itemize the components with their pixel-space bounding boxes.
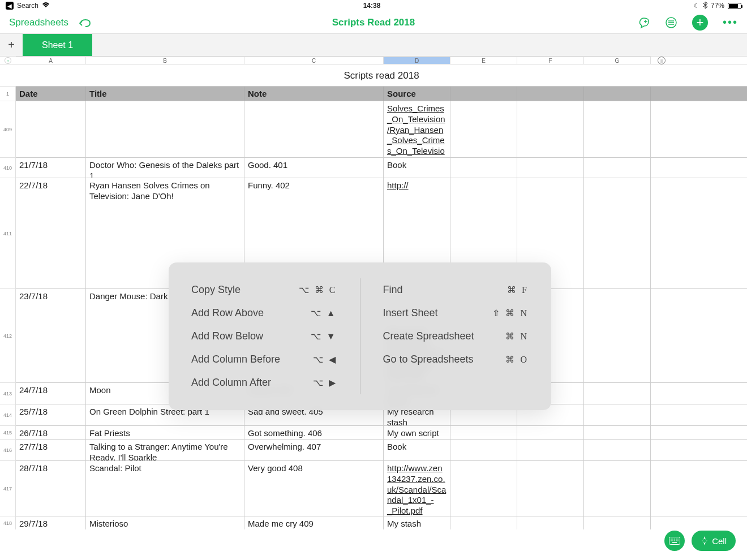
header-f[interactable]: [517, 87, 584, 101]
header-title[interactable]: Title: [86, 87, 244, 101]
row-num[interactable]: 418: [0, 516, 16, 529]
col-header-f[interactable]: F: [517, 57, 584, 64]
cell-g[interactable]: [584, 289, 651, 382]
cell-title[interactable]: Doctor Who: Genesis of the Daleks part 1: [86, 158, 244, 178]
menu-item[interactable]: Add Column Before⌥ ◀: [191, 348, 337, 371]
spreadsheets-back-button[interactable]: Spreadsheets: [9, 17, 68, 28]
col-header-g[interactable]: G: [584, 57, 651, 64]
cell-g[interactable]: [584, 158, 651, 178]
cell-date[interactable]: 28/7/18: [16, 461, 86, 516]
row-num[interactable]: 416: [0, 439, 16, 460]
row-num[interactable]: 411: [0, 178, 16, 288]
col-header-a[interactable]: A: [16, 57, 86, 64]
cell-source[interactable]: My own script: [384, 426, 450, 439]
origin-handle-icon[interactable]: ○: [5, 57, 11, 64]
header-source[interactable]: Source: [384, 87, 450, 101]
cell-source[interactable]: Book: [384, 158, 450, 178]
cell-e[interactable]: [450, 461, 517, 516]
cell-e[interactable]: [450, 158, 517, 178]
cell-button[interactable]: Cell: [692, 531, 736, 551]
cell-date[interactable]: [16, 101, 86, 157]
col-header-e[interactable]: E: [450, 57, 517, 64]
row-num[interactable]: 414: [0, 404, 16, 425]
col-header-c[interactable]: C: [244, 57, 384, 64]
cell-date[interactable]: 25/7/18: [16, 404, 86, 425]
menu-item[interactable]: Find⌘ F: [383, 278, 529, 301]
header-e[interactable]: [450, 87, 517, 101]
cell-note[interactable]: Overwhelming. 407: [244, 440, 384, 460]
col-header-b[interactable]: B: [86, 57, 244, 64]
cell-g[interactable]: [584, 516, 651, 529]
collaborate-icon[interactable]: [638, 16, 650, 29]
table-row[interactable]: Solves_Crimes_On_Television/Ryan_Hansen_…: [16, 101, 747, 157]
cell-e[interactable]: [450, 101, 517, 157]
add-button[interactable]: +: [692, 15, 708, 31]
cell-date[interactable]: 22/7/18: [16, 178, 86, 288]
cell-note[interactable]: [244, 101, 384, 157]
row-num[interactable]: 413: [0, 382, 16, 404]
row-num[interactable]: 410: [0, 157, 16, 178]
cell-title[interactable]: Fat Priests: [86, 426, 244, 439]
cell-date[interactable]: 29/7/18: [16, 516, 86, 529]
row-num[interactable]: 412: [0, 288, 16, 382]
menu-item[interactable]: Create Spreadsheet⌘ N: [383, 325, 529, 348]
cell-title[interactable]: Scandal: Pilot: [86, 461, 244, 516]
format-icon[interactable]: [665, 16, 677, 29]
menu-item[interactable]: Add Row Below⌥ ▼: [191, 325, 337, 348]
cell-f[interactable]: [517, 426, 584, 439]
cell-g[interactable]: [584, 178, 651, 288]
status-back-label[interactable]: Search: [17, 2, 38, 10]
back-chevron-icon[interactable]: ◀: [6, 2, 14, 10]
table-row[interactable]: 28/7/18 Scandal: Pilot Very good 408 htt…: [16, 460, 747, 516]
sheet-tab-1[interactable]: Sheet 1: [23, 34, 92, 56]
cell-f[interactable]: [517, 516, 584, 529]
menu-item[interactable]: Go to Spreadsheets⌘ O: [383, 348, 529, 371]
cell-e[interactable]: [450, 440, 517, 460]
cell-note[interactable]: Made me cry 409: [244, 516, 384, 529]
cell-date[interactable]: 23/7/18: [16, 289, 86, 382]
table-row[interactable]: 29/7/18 Misterioso Made me cry 409 My st…: [16, 516, 747, 529]
undo-icon[interactable]: [79, 18, 92, 28]
cell-f[interactable]: [517, 101, 584, 157]
cell-source[interactable]: http://www.zen134237.zen.co.uk/Scandal/S…: [384, 461, 450, 516]
cell-date[interactable]: 24/7/18: [16, 383, 86, 404]
row-num[interactable]: 415: [0, 425, 16, 439]
cell-note[interactable]: Got something. 406: [244, 426, 384, 439]
cell-g[interactable]: [584, 440, 651, 460]
cell-e[interactable]: [450, 426, 517, 439]
cell-title[interactable]: Misterioso: [86, 516, 244, 529]
document-title[interactable]: Scripts Read 2018: [332, 17, 415, 28]
cell-date[interactable]: 21/7/18: [16, 158, 86, 178]
more-icon[interactable]: •••: [723, 16, 738, 29]
header-g[interactable]: [584, 87, 651, 101]
cell-title[interactable]: [86, 101, 244, 157]
row-num[interactable]: 417: [0, 460, 16, 516]
table-row[interactable]: 21/7/18 Doctor Who: Genesis of the Dalek…: [16, 157, 747, 178]
cell-e[interactable]: [450, 516, 517, 529]
header-note[interactable]: Note: [244, 87, 384, 101]
col-end-handle-icon[interactable]: ||: [658, 57, 666, 64]
menu-item[interactable]: Add Row Above⌥ ▲: [191, 301, 337, 325]
cell-source[interactable]: Solves_Crimes_On_Television/Ryan_Hansen_…: [384, 101, 450, 157]
cell-g[interactable]: [584, 426, 651, 439]
table-row[interactable]: 26/7/18 Fat Priests Got something. 406 M…: [16, 425, 747, 439]
cell-source[interactable]: Book: [384, 440, 450, 460]
menu-item[interactable]: Insert Sheet⇧ ⌘ N: [383, 301, 529, 325]
cell-title[interactable]: Talking to a Stranger: Anytime You're Re…: [86, 440, 244, 460]
cell-f[interactable]: [517, 461, 584, 516]
cell-source[interactable]: My stash: [384, 516, 450, 529]
row-num[interactable]: 409: [0, 101, 16, 157]
cell-note[interactable]: Very good 408: [244, 461, 384, 516]
add-sheet-button[interactable]: +: [0, 34, 23, 56]
menu-item[interactable]: Copy Style⌥ ⌘ C: [191, 278, 337, 301]
cell-date[interactable]: 27/7/18: [16, 440, 86, 460]
header-date[interactable]: Date: [16, 87, 86, 101]
keyboard-button[interactable]: [664, 531, 685, 551]
cell-f[interactable]: [517, 158, 584, 178]
cell-g[interactable]: [584, 461, 651, 516]
cell-g[interactable]: [584, 101, 651, 157]
table-row[interactable]: 27/7/18 Talking to a Stranger: Anytime Y…: [16, 439, 747, 460]
row-num-header[interactable]: 1: [0, 86, 16, 101]
cell-date[interactable]: 26/7/18: [16, 426, 86, 439]
cell-note[interactable]: Good. 401: [244, 158, 384, 178]
